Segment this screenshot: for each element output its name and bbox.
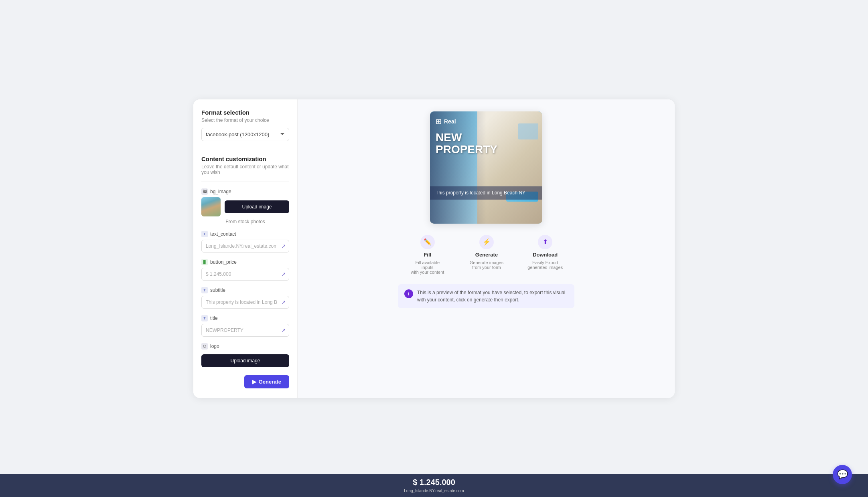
bg-image-upload-button[interactable]: Upload image	[225, 200, 289, 213]
format-section-title: Format selection	[201, 109, 289, 116]
subtitle-icon: T	[201, 287, 208, 293]
title-input-wrapper: ↗	[201, 324, 289, 337]
generate-desc: Generate images from your form	[470, 260, 503, 270]
preview-main-title-line1: NEW	[436, 131, 537, 144]
info-icon: i	[404, 289, 413, 298]
preview-logo-area: ⊞ Real	[436, 117, 456, 126]
bg-image-preview	[201, 197, 221, 216]
generate-play-icon: ▶	[252, 379, 256, 385]
preview-image-area: ⊞ Real NEW PROPERTY This property is loc…	[430, 111, 542, 224]
subtitle-link-icon: ↗	[281, 299, 286, 305]
title-icon: T	[201, 315, 208, 321]
subtitle-field: T subtitle ↗	[201, 287, 289, 309]
format-selection-section: Format selection Select the format of yo…	[201, 109, 289, 149]
button-price-input-wrapper: ↗	[201, 268, 289, 281]
generate-button[interactable]: ▶ Generate	[244, 375, 289, 388]
fill-desc: Fill available inputs with your content	[410, 260, 446, 275]
bg-image-upload-area: Upload image	[201, 197, 289, 216]
bg-image-label: 🖼 bg_image	[201, 188, 289, 195]
preview-subtitle-text: This property is located in Long Beach N…	[436, 190, 537, 196]
button-price-link-icon: ↗	[281, 271, 286, 277]
chat-icon: 💬	[837, 469, 848, 480]
bg-image-thumbnail	[201, 197, 221, 216]
content-customization-title: Content customization	[201, 156, 289, 162]
text-contact-link-icon: ↗	[281, 243, 286, 249]
text-contact-icon: T	[201, 231, 208, 237]
preview-card: ⊞ Real NEW PROPERTY This property is loc…	[430, 111, 542, 224]
content-customization-section: Content customization Leave the default …	[201, 156, 289, 175]
button-price-icon: ▊	[201, 259, 208, 265]
title-label: T title	[201, 315, 289, 321]
download-icon: ⬆	[538, 235, 552, 249]
generate-btn-wrapper: ▶ Generate	[201, 375, 289, 388]
generate-action-label: Generate	[475, 252, 498, 258]
button-price-label: ▊ button_price	[201, 259, 289, 265]
button-price-field: ▊ button_price ↗	[201, 259, 289, 281]
text-contact-input-wrapper: ↗	[201, 240, 289, 253]
generate-action[interactable]: ⚡ Generate Generate images from your for…	[470, 235, 503, 275]
title-link-icon: ↗	[281, 327, 286, 333]
preview-logo-text: Real	[444, 118, 456, 125]
text-contact-input[interactable]	[201, 240, 289, 253]
info-banner: i This is a preview of the format you ha…	[398, 284, 574, 308]
preview-main-title-line2: PROPERTY	[436, 143, 537, 156]
left-panel: Format selection Select the format of yo…	[193, 99, 298, 398]
content-customization-subtitle: Leave the default content or update what…	[201, 164, 289, 175]
logo-field: ⬡ logo Upload image	[201, 343, 289, 367]
subtitle-input[interactable]	[201, 296, 289, 309]
preview-title-area: NEW PROPERTY	[436, 131, 537, 156]
title-input[interactable]	[201, 324, 289, 337]
text-contact-label: T text_contact	[201, 231, 289, 237]
download-label: Download	[533, 252, 558, 258]
bg-image-field: 🖼 bg_image Upload image From stock photo…	[201, 188, 289, 224]
subtitle-label: T subtitle	[201, 287, 289, 293]
format-section-subtitle: Select the format of your choice	[201, 117, 289, 123]
format-select[interactable]: facebook-post (1200x1200)	[201, 128, 289, 141]
preview-overlay-left	[430, 111, 486, 224]
right-panel: ⊞ Real NEW PROPERTY This property is loc…	[298, 99, 675, 398]
bg-image-stock-link[interactable]: From stock photos	[201, 219, 289, 224]
bg-image-icon: 🖼	[201, 188, 208, 195]
logo-upload-button[interactable]: Upload image	[201, 354, 289, 367]
preview-subtitle-box: This property is located in Long Beach N…	[430, 186, 542, 200]
chat-bubble[interactable]: 💬	[833, 465, 852, 484]
title-field: T title ↗	[201, 315, 289, 337]
info-text: This is a preview of the format you have…	[417, 289, 568, 303]
button-price-input[interactable]	[201, 268, 289, 281]
text-contact-field: T text_contact ↗	[201, 231, 289, 253]
generate-icon: ⚡	[479, 235, 494, 249]
fill-icon: ✏️	[420, 235, 435, 249]
download-desc: Easily Export generated images	[527, 260, 563, 270]
subtitle-input-wrapper: ↗	[201, 296, 289, 309]
fill-label: Fill	[424, 252, 431, 258]
logo-icon: ⬡	[201, 343, 208, 350]
preview-logo-icon: ⊞	[436, 117, 442, 126]
logo-label: ⬡ logo	[201, 343, 289, 350]
fill-action[interactable]: ✏️ Fill Fill available inputs with your …	[410, 235, 446, 275]
action-icons: ✏️ Fill Fill available inputs with your …	[410, 235, 563, 275]
download-action[interactable]: ⬆ Download Easily Export generated image…	[527, 235, 563, 275]
